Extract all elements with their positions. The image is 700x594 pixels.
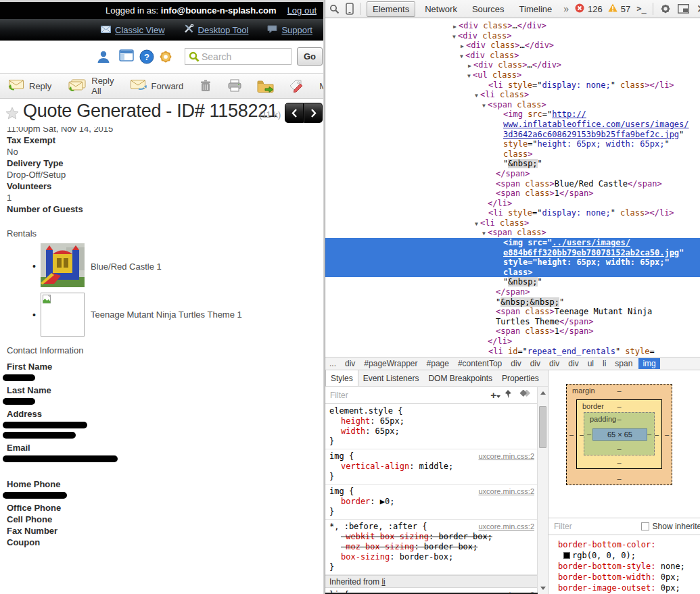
help-icon[interactable]: ? [139, 49, 154, 67]
dom-tree-line[interactable]: </li> [325, 337, 700, 347]
dom-tree-line[interactable]: <span class>1</span> [325, 326, 700, 337]
computed-filter-input[interactable]: Filter [554, 522, 641, 531]
dom-tree-line[interactable]: e884b6ff320bb79eb78078152ab2ca50.jpg" [325, 248, 700, 258]
breadcrumb-item-div[interactable]: div [345, 359, 355, 368]
dom-tree-line[interactable]: ▶<div class>…</div> [325, 60, 700, 70]
device-mode-icon[interactable] [346, 3, 354, 15]
logout-link[interactable]: Log out [287, 5, 317, 16]
css-property[interactable]: -moz-box-sizing: border-box; [329, 542, 544, 552]
css-property[interactable]: width: 65px; [329, 426, 544, 437]
error-count[interactable]: 126 [588, 4, 603, 14]
box-model-padding[interactable]: padding – – – – 65 × 65 [584, 412, 655, 455]
more-button[interactable]: More [311, 74, 323, 98]
styles-tab-event-listeners[interactable]: Event Listeners [358, 370, 424, 386]
next-message-button[interactable] [304, 103, 323, 123]
nav-item-classic-view[interactable]: Classic View [101, 25, 164, 35]
inherited-target-link[interactable]: li [381, 577, 385, 587]
dom-tree-line[interactable]: "&nbsp;" [325, 277, 700, 287]
css-property[interactable]: border: ▶0; [329, 497, 544, 507]
dom-tree-line[interactable]: <li style="display: none;" class></li> [325, 80, 700, 91]
padding-left-value[interactable]: – [587, 430, 591, 438]
more-tabs-button[interactable]: » [563, 3, 569, 14]
devtools-settings-gear-icon[interactable] [659, 3, 672, 15]
dom-tree-line[interactable]: ▼<div class> [325, 51, 700, 61]
dom-tree-line[interactable]: style="height: 65px; width: 65px;" [325, 139, 700, 149]
dom-tree-line[interactable]: <li id="repeat_end_rentals" style= [325, 347, 700, 357]
reply-all-button[interactable]: Reply All [60, 74, 122, 98]
element-state-icon[interactable] [519, 390, 531, 400]
window-icon[interactable] [119, 49, 134, 64]
scroll-down-button[interactable] [538, 584, 548, 594]
dom-tree-line[interactable]: <img src="../users/images/ [325, 238, 700, 248]
twisty-icon[interactable]: ▼ [480, 101, 488, 112]
warning-icon[interactable] [608, 3, 617, 14]
styles-scrollbar[interactable] [537, 387, 548, 594]
styles-tab-dom-breakpoints[interactable]: DOM Breakpoints [423, 370, 497, 386]
css-property[interactable]: -webkit-box-sizing: border-box; [329, 532, 544, 542]
user-icon[interactable] [96, 49, 111, 67]
border-top-value[interactable]: – [617, 402, 621, 410]
search-go-button[interactable]: Go [297, 47, 323, 66]
breadcrumb-item-li[interactable]: li [603, 359, 606, 368]
new-style-rule-icon[interactable]: + [490, 389, 496, 401]
breadcrumb-item-[interactable]: ... [329, 359, 336, 368]
dom-tree-line[interactable]: ▼<span class> [325, 100, 700, 110]
margin-right-value[interactable]: – [665, 430, 669, 439]
styles-tab-properties[interactable]: Properties [497, 370, 544, 386]
dom-tree-line[interactable]: </li> [325, 199, 700, 209]
padding-bottom-value[interactable]: – [617, 445, 621, 453]
box-model-content-size[interactable]: 65 × 65 [592, 428, 647, 441]
padding-top-value[interactable]: – [617, 415, 621, 423]
css-property[interactable]: box-sizing: border-box; [329, 552, 544, 562]
breadcrumb-item-div[interactable]: div [549, 359, 559, 368]
tab-sources[interactable]: Sources [467, 2, 510, 16]
padding-right-value[interactable]: – [647, 430, 651, 438]
border-bottom-value[interactable]: – [617, 458, 621, 466]
border-right-value[interactable]: – [655, 430, 659, 439]
move-to-folder-icon[interactable] [250, 74, 281, 98]
console-drawer-icon[interactable]: >_ [636, 4, 646, 14]
scrollbar-thumb[interactable] [539, 406, 546, 448]
dom-tree-line[interactable]: "&nbsp;&nbsp;" [325, 297, 700, 307]
dom-tree-line[interactable]: ▼<div class> [325, 31, 700, 41]
dom-tree-line[interactable]: style="height: 65px; width: 65px;" [325, 257, 700, 268]
twisty-icon[interactable]: ▼ [473, 91, 480, 101]
nav-item-desktop-tool[interactable]: Desktop Tool [184, 24, 249, 35]
margin-left-value[interactable]: – [569, 430, 574, 439]
dom-tree-line[interactable]: Turtles Theme</span> [325, 317, 700, 327]
dom-tree-line[interactable]: <li style="display: none;" class></li> [325, 208, 700, 218]
box-model-margin[interactable]: margin – – – – border – – – – padding [566, 384, 672, 485]
star-icon[interactable] [5, 107, 19, 122]
dom-tree-line[interactable]: ▼<li class> [325, 218, 700, 228]
dom-tree-line[interactable]: 3d3642a6c608629153b9b25ffa9bef2c.jpg" [325, 130, 700, 140]
dom-tree-line[interactable]: ▼<li class> [325, 90, 700, 100]
scroll-up-button[interactable] [538, 387, 548, 397]
edit-tag-icon[interactable] [281, 74, 311, 98]
dom-tree-line[interactable]: ▶<div class>…</div> [325, 21, 700, 31]
dom-tree-line[interactable]: <span class>1</span> [325, 189, 700, 199]
breadcrumb-item-div[interactable]: div [530, 359, 540, 368]
dom-tree-line[interactable]: </span> [325, 169, 700, 179]
box-model-border[interactable]: border – – – – padding – – – – 65 [576, 399, 662, 469]
inspect-element-icon[interactable] [329, 4, 340, 14]
dom-tree-line[interactable]: class> [325, 149, 700, 159]
margin-top-value[interactable]: – [617, 387, 621, 395]
styles-filter-input[interactable]: Filter [330, 391, 490, 400]
computed-property[interactable]: border-bottom-width: 0px; [558, 572, 700, 583]
dock-side-icon[interactable] [678, 4, 689, 14]
dom-tree-line[interactable]: "&nbsp;" [325, 159, 700, 169]
twisty-icon[interactable]: ▼ [450, 32, 458, 43]
css-property[interactable]: height: 65px; [329, 416, 544, 426]
close-icon[interactable]: ✕ [695, 2, 700, 16]
nav-item-support[interactable]: Support [267, 25, 312, 35]
margin-bottom-value[interactable]: – [617, 474, 621, 482]
computed-property[interactable]: border-bottom-color: [558, 539, 700, 550]
stylesheet-link[interactable]: uxcore.min.css:2 [478, 487, 534, 497]
trash-icon[interactable] [191, 74, 220, 98]
dom-tree-line[interactable]: <img src="http:// [325, 109, 700, 120]
print-icon[interactable] [220, 74, 250, 98]
search-input[interactable] [202, 49, 289, 64]
settings-gear-icon[interactable] [158, 49, 173, 67]
computed-property[interactable]: border-image-outset: 0px; [558, 583, 700, 593]
twisty-icon[interactable]: ▼ [458, 52, 465, 62]
